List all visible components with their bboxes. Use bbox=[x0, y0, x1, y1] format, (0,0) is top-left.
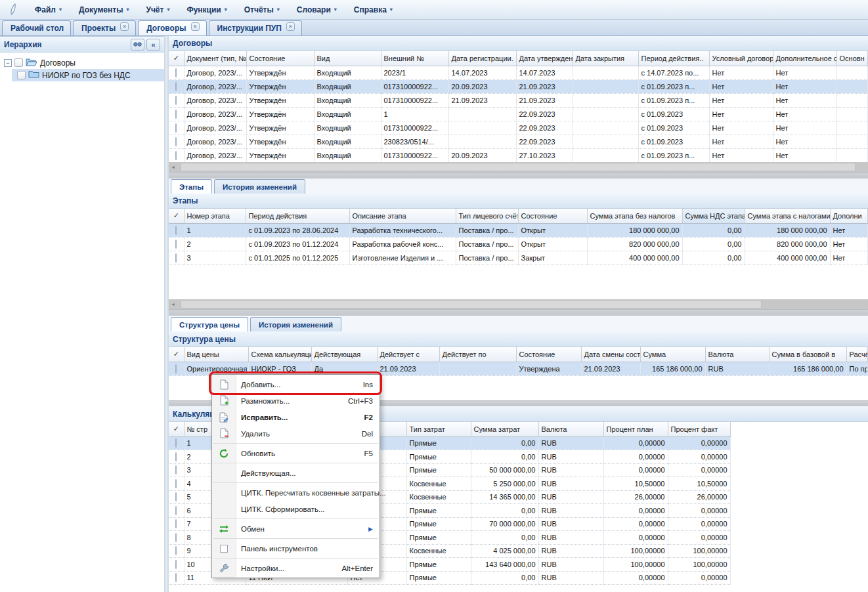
row-checkbox[interactable] bbox=[175, 110, 177, 119]
row-checkbox[interactable] bbox=[175, 452, 177, 461]
tree-checkbox[interactable] bbox=[14, 58, 23, 67]
menu-item-настройки-[interactable]: Настройки...Alt+Enter bbox=[212, 560, 380, 576]
tree-node-niokr[interactable]: НИОКР по ГОЗ без НДС bbox=[12, 69, 164, 81]
row-checkbox[interactable] bbox=[175, 364, 177, 373]
column-header[interactable]: Документ (тип, № bbox=[184, 51, 246, 66]
row-checkbox[interactable] bbox=[175, 560, 177, 569]
column-header[interactable]: Состояние bbox=[518, 209, 587, 223]
row-checkbox[interactable] bbox=[175, 519, 177, 528]
column-header[interactable]: ✓ bbox=[169, 51, 184, 66]
horizontal-scrollbar[interactable]: ◄ bbox=[169, 162, 868, 172]
tab-рабочий-стол[interactable]: Рабочий стол bbox=[2, 20, 71, 35]
search-icon[interactable] bbox=[131, 39, 144, 51]
column-header[interactable]: Сумма затрат bbox=[471, 422, 538, 436]
table-row[interactable]: Договор, 2023/...УтверждёнВходящий017310… bbox=[169, 79, 867, 93]
column-header[interactable]: Состояние bbox=[246, 51, 314, 66]
row-checkbox[interactable] bbox=[175, 82, 177, 91]
column-header[interactable]: Действующая bbox=[311, 347, 377, 362]
menubar-item[interactable]: Отчёты▾ bbox=[236, 0, 288, 19]
column-header[interactable]: Схема калькуляци bbox=[248, 347, 311, 362]
column-header[interactable]: Процент план bbox=[603, 422, 668, 436]
table-row[interactable]: Договор, 2023/...УтверждёнВходящий230823… bbox=[169, 135, 867, 148]
vertical-splitter[interactable] bbox=[164, 36, 169, 592]
row-checkbox[interactable] bbox=[175, 253, 177, 263]
column-header[interactable]: Сумма НДС этапа bbox=[682, 209, 745, 223]
column-header[interactable]: Сумма этапа без налогов bbox=[587, 209, 682, 223]
tab-инструкции-пуп[interactable]: Инструкции ПУП✕ bbox=[209, 20, 302, 35]
menubar-item[interactable]: Документы▾ bbox=[70, 0, 138, 19]
tree-checkbox[interactable] bbox=[17, 71, 26, 79]
column-header[interactable]: Период действия.. bbox=[638, 51, 709, 66]
close-icon[interactable]: ✕ bbox=[191, 22, 200, 31]
collapse-node-icon[interactable]: − bbox=[4, 59, 12, 67]
menu-item-обновить[interactable]: ОбновитьF5 bbox=[212, 445, 380, 461]
menu-item-действующая-[interactable]: Действующая... bbox=[212, 465, 380, 481]
column-header[interactable]: Период действия bbox=[246, 209, 349, 223]
column-header[interactable]: Тип затрат bbox=[406, 422, 471, 436]
column-header[interactable]: Условный договор bbox=[709, 51, 773, 66]
menu-item-добавить-[interactable]: Добавить...Ins bbox=[212, 376, 380, 392]
row-checkbox[interactable] bbox=[175, 438, 177, 448]
column-header[interactable]: Дата смены состоя bbox=[581, 347, 640, 362]
table-row[interactable]: 1с 01.09.2023 по 28.06.2024Разработка те… bbox=[169, 223, 867, 237]
column-header[interactable]: Состояние bbox=[516, 347, 581, 362]
menu-item-цитк-сформировать-[interactable]: ЦИТК. Сформировать... bbox=[212, 501, 380, 517]
horizontal-scrollbar[interactable]: ◄ bbox=[169, 299, 868, 309]
column-header[interactable]: ✓ bbox=[169, 347, 184, 362]
row-checkbox[interactable] bbox=[175, 506, 177, 515]
scrollbar-thumb[interactable] bbox=[181, 300, 762, 308]
row-checkbox[interactable] bbox=[175, 96, 177, 105]
table-row[interactable]: Договор, 2023/...УтверждёнВходящий122.09… bbox=[169, 107, 867, 121]
column-header[interactable]: Дата закрытия bbox=[573, 51, 638, 66]
tab-etapy-1[interactable]: История изменений bbox=[214, 179, 305, 194]
column-header[interactable]: Номер этапа bbox=[184, 209, 246, 223]
column-header[interactable]: Дополнительное с bbox=[773, 51, 836, 66]
table-row[interactable]: Договор, 2023/...УтверждёнВходящий017310… bbox=[169, 148, 867, 162]
menu-item-цитк-пересчитать-косвенные-затраты-[interactable]: ЦИТК. Пересчитать косвенные затраты... bbox=[212, 484, 380, 501]
close-icon[interactable]: ✕ bbox=[120, 22, 129, 31]
column-header[interactable]: ✓ bbox=[169, 422, 184, 436]
row-checkbox[interactable] bbox=[175, 573, 177, 582]
menu-item-размножить-[interactable]: Размножить...Ctrl+F3 bbox=[212, 392, 380, 409]
tree-node-dogovory[interactable]: − Договоры bbox=[0, 56, 164, 69]
horizontal-splitter[interactable] bbox=[169, 309, 868, 316]
horizontal-splitter[interactable] bbox=[169, 172, 868, 179]
column-header[interactable]: Дата регистрации. bbox=[448, 51, 516, 66]
row-checkbox[interactable] bbox=[175, 137, 177, 146]
tab-struktura-0[interactable]: Структура цены bbox=[171, 317, 248, 331]
tab-договоры[interactable]: Договоры✕ bbox=[138, 20, 206, 35]
row-checkbox[interactable] bbox=[175, 123, 177, 133]
row-checkbox[interactable] bbox=[175, 226, 177, 235]
scrollbar-thumb[interactable] bbox=[181, 163, 856, 171]
column-header[interactable]: Вид цены bbox=[184, 347, 248, 362]
menubar-item[interactable]: Учёт▾ bbox=[137, 0, 178, 19]
scroll-left-icon[interactable]: ◄ bbox=[171, 165, 175, 169]
table-row[interactable]: Договор, 2023/...УтверждёнВходящий2023/1… bbox=[169, 66, 867, 79]
collapse-panel-button[interactable]: « bbox=[146, 39, 160, 51]
column-header[interactable]: Валюта bbox=[538, 422, 603, 436]
column-header[interactable]: Внешний № bbox=[381, 51, 448, 66]
row-checkbox[interactable] bbox=[175, 68, 177, 77]
scroll-left-icon[interactable]: ◄ bbox=[171, 302, 175, 307]
row-checkbox[interactable] bbox=[175, 533, 177, 542]
column-header[interactable]: Описание этапа bbox=[349, 209, 456, 223]
column-header[interactable]: Тип лицевого счёт bbox=[456, 209, 518, 223]
column-header[interactable]: Сумма этапа с налогами bbox=[745, 209, 830, 223]
tab-etapy-0[interactable]: Этапы bbox=[171, 179, 212, 194]
column-header[interactable]: Процент факт bbox=[668, 422, 730, 436]
menu-item-исправить-[interactable]: Исправить...F2 bbox=[212, 409, 380, 425]
row-checkbox[interactable] bbox=[175, 151, 177, 160]
table-row[interactable]: Договор, 2023/...УтверждёнВходящий017310… bbox=[169, 121, 867, 135]
menu-item-обмен[interactable]: Обмен▶ bbox=[212, 520, 380, 537]
column-header[interactable]: Дата утверждения bbox=[516, 51, 573, 66]
menubar-item[interactable]: Справка▾ bbox=[345, 0, 401, 19]
row-checkbox[interactable] bbox=[175, 240, 177, 249]
row-checkbox[interactable] bbox=[175, 479, 177, 488]
tab-struktura-1[interactable]: История изменений bbox=[250, 317, 341, 331]
column-header[interactable]: Основн bbox=[836, 51, 867, 66]
column-header[interactable]: Сумма bbox=[640, 347, 705, 362]
column-header[interactable]: Действует по bbox=[439, 347, 516, 362]
column-header[interactable]: Сумма в базовой в bbox=[769, 347, 846, 362]
table-row[interactable]: Договор, 2023/...УтверждёнВходящий017310… bbox=[169, 93, 867, 107]
table-row[interactable]: 2с 01.09.2023 по 01.12.2024Разработка ра… bbox=[169, 237, 867, 251]
